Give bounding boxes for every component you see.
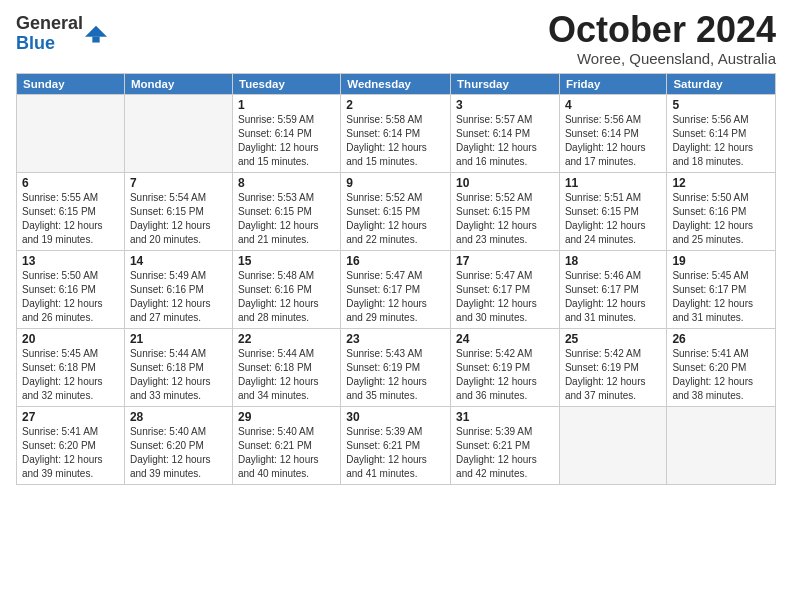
day-number: 27 <box>22 410 119 424</box>
calendar-cell: 7Sunrise: 5:54 AM Sunset: 6:15 PM Daylig… <box>124 172 232 250</box>
day-number: 16 <box>346 254 445 268</box>
calendar-cell: 30Sunrise: 5:39 AM Sunset: 6:21 PM Dayli… <box>341 406 451 484</box>
calendar-cell: 17Sunrise: 5:47 AM Sunset: 6:17 PM Dayli… <box>451 250 560 328</box>
svg-rect-1 <box>92 36 99 42</box>
calendar-cell: 9Sunrise: 5:52 AM Sunset: 6:15 PM Daylig… <box>341 172 451 250</box>
day-info: Sunrise: 5:48 AM Sunset: 6:16 PM Dayligh… <box>238 269 335 325</box>
calendar-cell: 4Sunrise: 5:56 AM Sunset: 6:14 PM Daylig… <box>559 94 667 172</box>
day-number: 30 <box>346 410 445 424</box>
day-number: 14 <box>130 254 227 268</box>
day-number: 5 <box>672 98 770 112</box>
calendar-cell: 12Sunrise: 5:50 AM Sunset: 6:16 PM Dayli… <box>667 172 776 250</box>
weekday-tuesday: Tuesday <box>232 73 340 94</box>
calendar-cell: 2Sunrise: 5:58 AM Sunset: 6:14 PM Daylig… <box>341 94 451 172</box>
calendar-cell: 6Sunrise: 5:55 AM Sunset: 6:15 PM Daylig… <box>17 172 125 250</box>
day-info: Sunrise: 5:40 AM Sunset: 6:21 PM Dayligh… <box>238 425 335 481</box>
day-number: 22 <box>238 332 335 346</box>
calendar-cell: 23Sunrise: 5:43 AM Sunset: 6:19 PM Dayli… <box>341 328 451 406</box>
calendar-cell: 21Sunrise: 5:44 AM Sunset: 6:18 PM Dayli… <box>124 328 232 406</box>
weekday-saturday: Saturday <box>667 73 776 94</box>
day-number: 15 <box>238 254 335 268</box>
location: Woree, Queensland, Australia <box>548 50 776 67</box>
day-number: 1 <box>238 98 335 112</box>
calendar-cell: 27Sunrise: 5:41 AM Sunset: 6:20 PM Dayli… <box>17 406 125 484</box>
day-number: 11 <box>565 176 662 190</box>
day-info: Sunrise: 5:56 AM Sunset: 6:14 PM Dayligh… <box>672 113 770 169</box>
calendar-cell <box>667 406 776 484</box>
calendar-cell: 10Sunrise: 5:52 AM Sunset: 6:15 PM Dayli… <box>451 172 560 250</box>
month-title: October 2024 <box>548 10 776 50</box>
day-info: Sunrise: 5:43 AM Sunset: 6:19 PM Dayligh… <box>346 347 445 403</box>
day-number: 20 <box>22 332 119 346</box>
logo-general-text: General <box>16 13 83 33</box>
weekday-wednesday: Wednesday <box>341 73 451 94</box>
day-number: 29 <box>238 410 335 424</box>
calendar-table: SundayMondayTuesdayWednesdayThursdayFrid… <box>16 73 776 485</box>
day-number: 19 <box>672 254 770 268</box>
day-info: Sunrise: 5:45 AM Sunset: 6:18 PM Dayligh… <box>22 347 119 403</box>
calendar-cell: 25Sunrise: 5:42 AM Sunset: 6:19 PM Dayli… <box>559 328 667 406</box>
day-number: 26 <box>672 332 770 346</box>
week-row-0: 1Sunrise: 5:59 AM Sunset: 6:14 PM Daylig… <box>17 94 776 172</box>
day-number: 21 <box>130 332 227 346</box>
day-number: 4 <box>565 98 662 112</box>
weekday-header-row: SundayMondayTuesdayWednesdayThursdayFrid… <box>17 73 776 94</box>
day-info: Sunrise: 5:50 AM Sunset: 6:16 PM Dayligh… <box>672 191 770 247</box>
calendar-cell: 11Sunrise: 5:51 AM Sunset: 6:15 PM Dayli… <box>559 172 667 250</box>
weekday-friday: Friday <box>559 73 667 94</box>
day-info: Sunrise: 5:49 AM Sunset: 6:16 PM Dayligh… <box>130 269 227 325</box>
day-number: 31 <box>456 410 554 424</box>
day-number: 3 <box>456 98 554 112</box>
day-number: 24 <box>456 332 554 346</box>
day-number: 9 <box>346 176 445 190</box>
day-info: Sunrise: 5:52 AM Sunset: 6:15 PM Dayligh… <box>456 191 554 247</box>
day-info: Sunrise: 5:44 AM Sunset: 6:18 PM Dayligh… <box>238 347 335 403</box>
day-info: Sunrise: 5:39 AM Sunset: 6:21 PM Dayligh… <box>346 425 445 481</box>
day-info: Sunrise: 5:47 AM Sunset: 6:17 PM Dayligh… <box>346 269 445 325</box>
week-row-1: 6Sunrise: 5:55 AM Sunset: 6:15 PM Daylig… <box>17 172 776 250</box>
day-number: 8 <box>238 176 335 190</box>
calendar-cell: 24Sunrise: 5:42 AM Sunset: 6:19 PM Dayli… <box>451 328 560 406</box>
calendar-cell: 16Sunrise: 5:47 AM Sunset: 6:17 PM Dayli… <box>341 250 451 328</box>
title-block: October 2024 Woree, Queensland, Australi… <box>548 10 776 67</box>
day-info: Sunrise: 5:42 AM Sunset: 6:19 PM Dayligh… <box>456 347 554 403</box>
calendar-cell: 5Sunrise: 5:56 AM Sunset: 6:14 PM Daylig… <box>667 94 776 172</box>
day-number: 28 <box>130 410 227 424</box>
week-row-2: 13Sunrise: 5:50 AM Sunset: 6:16 PM Dayli… <box>17 250 776 328</box>
calendar-cell: 1Sunrise: 5:59 AM Sunset: 6:14 PM Daylig… <box>232 94 340 172</box>
calendar-cell: 14Sunrise: 5:49 AM Sunset: 6:16 PM Dayli… <box>124 250 232 328</box>
calendar-cell <box>124 94 232 172</box>
day-info: Sunrise: 5:41 AM Sunset: 6:20 PM Dayligh… <box>22 425 119 481</box>
day-info: Sunrise: 5:53 AM Sunset: 6:15 PM Dayligh… <box>238 191 335 247</box>
logo: General Blue <box>16 14 107 54</box>
weekday-sunday: Sunday <box>17 73 125 94</box>
day-info: Sunrise: 5:59 AM Sunset: 6:14 PM Dayligh… <box>238 113 335 169</box>
day-info: Sunrise: 5:52 AM Sunset: 6:15 PM Dayligh… <box>346 191 445 247</box>
calendar-cell: 13Sunrise: 5:50 AM Sunset: 6:16 PM Dayli… <box>17 250 125 328</box>
calendar-cell: 20Sunrise: 5:45 AM Sunset: 6:18 PM Dayli… <box>17 328 125 406</box>
day-number: 2 <box>346 98 445 112</box>
day-number: 17 <box>456 254 554 268</box>
day-info: Sunrise: 5:40 AM Sunset: 6:20 PM Dayligh… <box>130 425 227 481</box>
day-number: 7 <box>130 176 227 190</box>
week-row-4: 27Sunrise: 5:41 AM Sunset: 6:20 PM Dayli… <box>17 406 776 484</box>
day-info: Sunrise: 5:50 AM Sunset: 6:16 PM Dayligh… <box>22 269 119 325</box>
day-info: Sunrise: 5:56 AM Sunset: 6:14 PM Dayligh… <box>565 113 662 169</box>
calendar-cell: 26Sunrise: 5:41 AM Sunset: 6:20 PM Dayli… <box>667 328 776 406</box>
day-info: Sunrise: 5:45 AM Sunset: 6:17 PM Dayligh… <box>672 269 770 325</box>
calendar-cell: 31Sunrise: 5:39 AM Sunset: 6:21 PM Dayli… <box>451 406 560 484</box>
logo-blue-text: Blue <box>16 33 55 53</box>
weekday-monday: Monday <box>124 73 232 94</box>
week-row-3: 20Sunrise: 5:45 AM Sunset: 6:18 PM Dayli… <box>17 328 776 406</box>
day-info: Sunrise: 5:46 AM Sunset: 6:17 PM Dayligh… <box>565 269 662 325</box>
day-info: Sunrise: 5:41 AM Sunset: 6:20 PM Dayligh… <box>672 347 770 403</box>
day-info: Sunrise: 5:57 AM Sunset: 6:14 PM Dayligh… <box>456 113 554 169</box>
calendar-cell: 8Sunrise: 5:53 AM Sunset: 6:15 PM Daylig… <box>232 172 340 250</box>
calendar-cell: 29Sunrise: 5:40 AM Sunset: 6:21 PM Dayli… <box>232 406 340 484</box>
day-info: Sunrise: 5:54 AM Sunset: 6:15 PM Dayligh… <box>130 191 227 247</box>
header: General Blue October 2024 Woree, Queensl… <box>16 10 776 67</box>
calendar-cell <box>17 94 125 172</box>
calendar-cell <box>559 406 667 484</box>
calendar-cell: 15Sunrise: 5:48 AM Sunset: 6:16 PM Dayli… <box>232 250 340 328</box>
day-info: Sunrise: 5:47 AM Sunset: 6:17 PM Dayligh… <box>456 269 554 325</box>
